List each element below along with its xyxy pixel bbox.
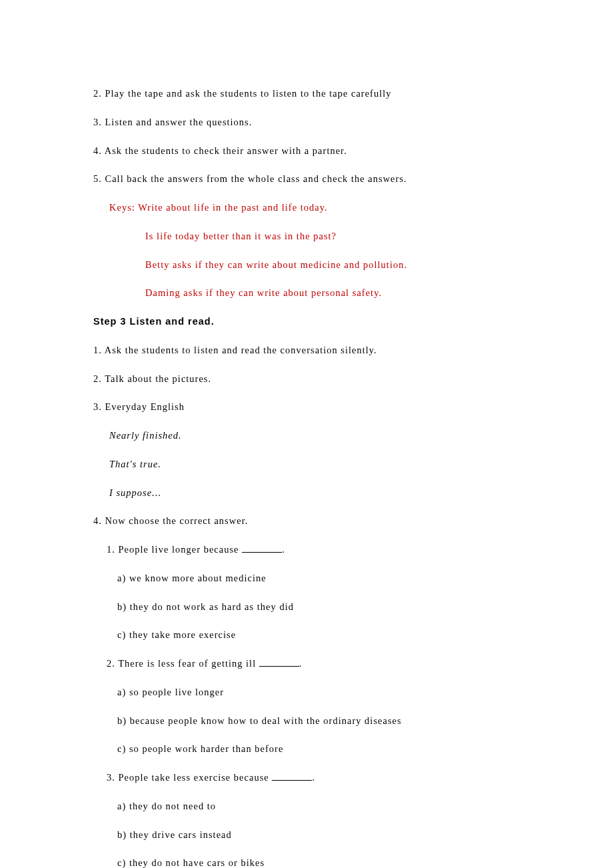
answer-key: Betty asks if they can write about medic…: [93, 258, 613, 273]
body-text: 1. Ask the students to listen and read t…: [93, 343, 613, 358]
body-text: 5. Call back the answers from the whole …: [93, 172, 613, 187]
question-stem: 1. People live longer because .: [93, 543, 613, 557]
body-text: 3. Listen and answer the questions.: [93, 115, 613, 130]
answer-option: b) they drive cars instead: [93, 828, 613, 843]
answer-option: b) because people know how to deal with …: [93, 714, 613, 729]
example-text: Nearly finished.: [93, 429, 613, 443]
body-text: 3. Everyday English: [93, 400, 613, 415]
answer-option: c) they do not have cars or bikes: [93, 856, 613, 868]
answer-option: a) we know more about medicine: [93, 571, 613, 586]
question-stem: 3. People take less exercise because .: [93, 771, 613, 785]
section-heading: Step 3 Listen and read.: [93, 315, 613, 329]
answer-option: b) they do not work as hard as they did: [93, 600, 613, 615]
example-text: I suppose…: [93, 486, 613, 501]
body-text: 4. Now choose the correct answer.: [93, 514, 613, 529]
question-text: .: [312, 772, 315, 783]
answer-key: Daming asks if they can write about pers…: [93, 286, 613, 301]
fill-blank: [259, 666, 299, 667]
question-stem: 2. There is less fear of getting ill .: [93, 657, 613, 671]
answer-option: c) so people work harder than before: [93, 742, 613, 757]
question-text: .: [299, 658, 303, 669]
body-text: 2. Play the tape and ask the students to…: [93, 87, 613, 101]
fill-blank: [242, 552, 282, 553]
answer-option: c) they take more exercise: [93, 628, 613, 643]
body-text: 4. Ask the students to check their answe…: [93, 144, 613, 159]
answer-option: a) they do not need to: [93, 799, 613, 814]
fill-blank: [272, 780, 312, 781]
example-text: That's true.: [93, 457, 613, 472]
question-text: .: [282, 544, 285, 555]
question-text: 3. People take less exercise because: [107, 772, 272, 783]
question-text: 1. People live longer because: [107, 544, 242, 555]
document-page: 2. Play the tape and ask the students to…: [0, 0, 613, 868]
body-text: 2. Talk about the pictures.: [93, 372, 613, 387]
answer-key: Keys: Write about life in the past and l…: [93, 201, 613, 215]
answer-key: Is life today better than it was in the …: [93, 229, 613, 244]
question-text: 2. There is less fear of getting ill: [107, 658, 259, 669]
answer-option: a) so people live longer: [93, 685, 613, 700]
